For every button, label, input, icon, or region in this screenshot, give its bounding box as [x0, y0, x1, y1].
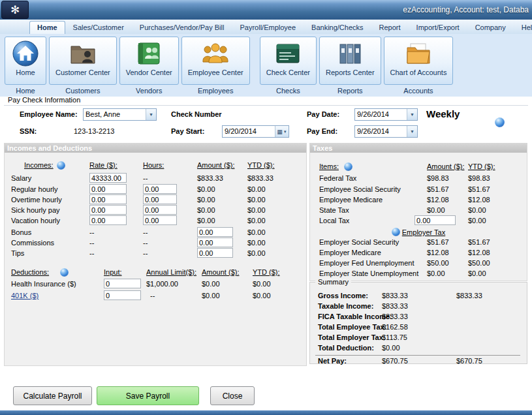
hours-value: -- — [143, 174, 148, 182]
input-column-header: Input: — [104, 268, 122, 276]
health-insurance-input[interactable] — [104, 279, 141, 288]
pay-end-select[interactable]: 9/26/2014 ▼ — [354, 125, 418, 138]
toolbar-button-label: Check Center — [266, 69, 310, 76]
tab-purchases-vendor-pay-bill[interactable]: Purchases/Vendor/Pay Bill — [132, 21, 232, 34]
ytd-value: $0.00 — [468, 217, 486, 224]
tab-banking-checks[interactable]: Banking/Checks — [304, 21, 371, 34]
tab-company[interactable]: Company — [467, 21, 514, 34]
ezaccounting-window: ✻ ezAccounting, Account: test, Databa Ho… — [0, 0, 532, 415]
tab-report[interactable]: Report — [371, 21, 409, 34]
summary-row-gross-income: Gross Income: $833.33 $833.33 — [310, 292, 527, 302]
tab-import-export[interactable]: Import/Export — [409, 21, 467, 34]
tab-sales-customer[interactable]: Sales/Customer — [65, 21, 132, 34]
tab-payroll-employee[interactable]: Payroll/Employee — [232, 21, 304, 34]
window-title: ezAccounting, Account: test, Databa — [403, 5, 529, 14]
toolbar-button-label: Vendor Center — [126, 69, 172, 76]
check-number-input[interactable] — [222, 107, 287, 119]
employee-center-icon — [201, 38, 230, 69]
home-button[interactable]: Home — [5, 37, 46, 85]
window-frame-bottom — [0, 410, 532, 415]
pay-end-value: 9/26/2014 — [355, 126, 407, 137]
tab-help[interactable]: Help — [514, 21, 532, 34]
income-row-tips: Tips -- -- $0.00 — [5, 249, 306, 260]
tax-label: State Tax — [319, 206, 349, 214]
calendar-icon[interactable]: ▦▼ — [275, 126, 289, 137]
taxes-panel-header: Taxes — [310, 144, 527, 153]
chevron-down-icon[interactable]: ▼ — [146, 109, 156, 120]
summary-row-fica-taxable-income: FICA Taxable Income: $833.33 — [310, 313, 527, 323]
employer-tax-help-globe-icon[interactable] — [392, 228, 400, 236]
toolbar-item-reports-center: Reports Center Reports — [319, 37, 381, 95]
incomes-help-globe-icon[interactable] — [57, 161, 65, 170]
taxes-header-row: Items: Amount ($): YTD ($): — [310, 162, 527, 173]
salary-rate-input[interactable] — [89, 173, 127, 183]
toolbar-sub-label: Vendors — [136, 87, 162, 95]
pay-date-select[interactable]: 9/26/2014 ▼ — [354, 108, 418, 121]
summary-amount: $833.33 — [382, 302, 408, 310]
ssn-value: 123-13-2213 — [74, 127, 114, 135]
calculate-payroll-button[interactable]: Calculate Payroll — [13, 386, 92, 405]
vendor-center-button[interactable]: Vendor Center — [119, 37, 179, 85]
ytd-value: $0.00 — [468, 269, 486, 277]
taxes-panel: Taxes Items: Amount ($): YTD ($): Federa… — [309, 143, 527, 281]
summary-amount: $833.33 — [382, 292, 408, 300]
ytd-value: $0.00 — [247, 217, 266, 224]
tax-label: Employee Social Security — [319, 185, 401, 193]
tips-amount-input[interactable] — [197, 248, 233, 258]
ytd-value: $833.33 — [247, 174, 274, 182]
sick-hours-input[interactable] — [143, 205, 177, 215]
ytd-value: $0.00 — [247, 206, 266, 214]
deductions-help-globe-icon[interactable] — [60, 268, 69, 277]
pay-date-label: Pay Date: — [307, 110, 339, 118]
vacation-hours-input[interactable] — [143, 215, 177, 225]
app-logo-icon: ✻ — [1, 1, 29, 19]
rate-column-header: Rate ($): — [89, 161, 117, 169]
employee-center-button[interactable]: Employee Center — [181, 37, 250, 85]
income-label: Sick hourly pay — [11, 206, 60, 214]
ytd-value: $98.83 — [468, 174, 490, 182]
reports-center-icon — [336, 38, 364, 69]
incomes-panel-header: Incomes and Deductions — [5, 144, 306, 153]
bonus-amount-input[interactable] — [197, 227, 233, 237]
summary-row-total-deduction: Total Deduction: $0.00 — [310, 344, 527, 354]
deduction-401k-link[interactable]: 401K ($) — [11, 292, 39, 300]
overtime-hours-input[interactable] — [143, 194, 177, 204]
help-globe-icon[interactable] — [495, 117, 505, 127]
hours-value: -- — [143, 239, 148, 247]
toolbar-button-label: Customer Center — [55, 69, 110, 76]
customer-center-button[interactable]: Customer Center — [49, 37, 117, 85]
tab-home[interactable]: Home — [29, 21, 65, 34]
amount-value: $0.00 — [427, 206, 445, 214]
check-center-button[interactable]: Check Center — [260, 37, 317, 85]
summary-ytd: $833.33 — [456, 292, 482, 300]
sick-rate-input[interactable] — [89, 205, 127, 215]
summary-row-net-pay: Net Pay: $670.75 $670.75 — [310, 357, 527, 367]
vacation-rate-input[interactable] — [89, 215, 127, 225]
local-tax-input[interactable] — [415, 215, 456, 225]
amount-column-header: Amount ($): — [427, 162, 464, 170]
rate-value: -- — [89, 239, 94, 247]
summary-amount: $162.58 — [382, 323, 408, 331]
close-button[interactable]: Close — [210, 386, 255, 405]
toolbar-sub-label: Customers — [65, 87, 100, 95]
chevron-down-icon[interactable]: ▼ — [407, 109, 417, 120]
summary-label: Total Employee Tax: — [318, 323, 386, 331]
tax-label: Federal Tax — [319, 174, 356, 182]
overtime-rate-input[interactable] — [89, 194, 127, 204]
commissions-amount-input[interactable] — [197, 238, 233, 247]
amount-value: $0.00 — [197, 206, 215, 214]
tax-label: Employer State Unemployment — [319, 269, 418, 277]
regular-hours-input[interactable] — [143, 184, 177, 194]
employee-name-select[interactable]: Best, Anne ▼ — [83, 108, 157, 121]
amount-value: $12.08 — [427, 196, 449, 204]
regular-rate-input[interactable] — [89, 184, 127, 194]
deduction-401k-input[interactable] — [104, 290, 141, 300]
amount-value: $0.00 — [202, 292, 220, 300]
chevron-down-icon[interactable]: ▼ — [407, 126, 417, 137]
chart-of-accounts-button[interactable]: Chart of Accounts — [384, 37, 454, 85]
toolbar-sub-label: Employees — [198, 87, 233, 95]
taxes-help-globe-icon[interactable] — [344, 162, 352, 171]
save-payroll-button[interactable]: Save Payroll — [97, 386, 199, 405]
reports-center-button[interactable]: Reports Center — [319, 37, 381, 85]
pay-start-datepicker[interactable]: 9/20/2014 ▦▼ — [222, 125, 289, 138]
